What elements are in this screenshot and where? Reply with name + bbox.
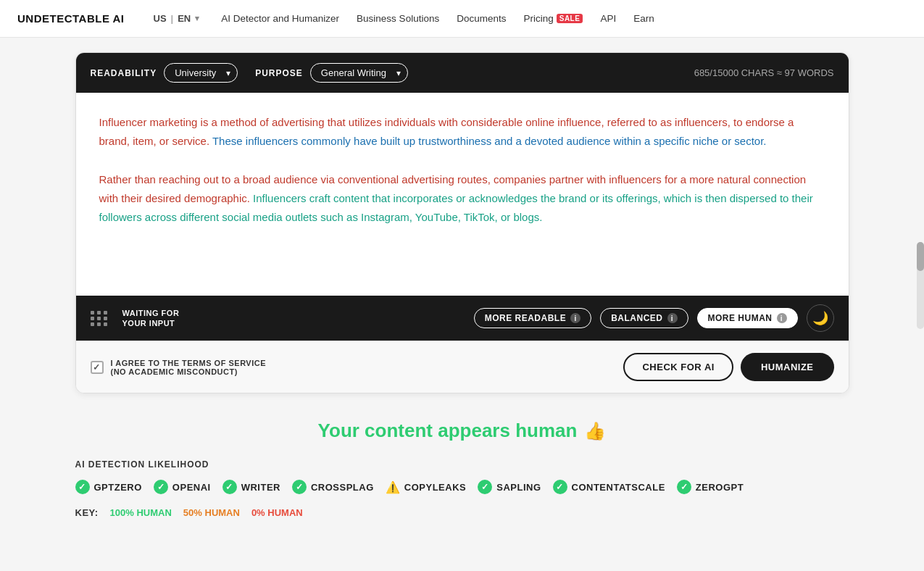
scrollbar-thumb[interactable]	[917, 242, 924, 271]
sapling-check-icon: ✓	[478, 480, 492, 494]
grid-dots-icon	[91, 311, 108, 326]
agreement-row: ✓ I AGREE TO THE TERMS OF SERVICE (NO AC…	[76, 341, 849, 393]
zerogpt-label: ZEROGPT	[696, 482, 744, 493]
writer-check-icon: ✓	[222, 480, 237, 494]
mode-more-readable-label: MORE READABLE	[485, 313, 567, 323]
sale-badge: SALE	[557, 14, 583, 23]
openai-check-icon: ✓	[154, 480, 168, 494]
thumbs-up-icon: 👍	[584, 421, 606, 441]
results-title: Your content appears human 👍	[75, 420, 849, 442]
contentatscale-label: CONTENTATSCALE	[572, 482, 665, 493]
nav-pricing-wrap: Pricing SALE	[523, 13, 583, 24]
paragraph-1: Influencer marketing is a method of adve…	[99, 113, 825, 151]
agree-label: ✓ I AGREE TO THE TERMS OF SERVICE (NO AC…	[91, 359, 267, 376]
purpose-label: PURPOSE	[255, 68, 303, 78]
detector-contentatscale: ✓ CONTENTATSCALE	[553, 480, 665, 494]
mode-balanced-button[interactable]: BALANCED i	[600, 308, 688, 328]
detector-writer: ✓ WRITER	[222, 480, 280, 494]
key-0-human: 0% HUMAN	[251, 507, 303, 518]
text-span-2: These influencers commonly have built up…	[212, 135, 767, 147]
more-readable-info-icon: i	[570, 313, 580, 323]
nav-earn[interactable]: Earn	[633, 13, 654, 24]
brand-logo: UNDETECTABLE AI	[17, 12, 125, 25]
dark-mode-button[interactable]: 🌙	[807, 304, 834, 332]
gptzero-check-icon: ✓	[75, 480, 90, 494]
nav-pricing[interactable]: Pricing	[523, 13, 553, 24]
readability-label: READABILITY	[91, 68, 157, 78]
writer-label: WRITER	[241, 482, 280, 493]
detector-crossplag: ✓ CROSSPLAG	[292, 480, 374, 494]
locale-us[interactable]: US	[154, 13, 167, 24]
moon-icon: 🌙	[812, 310, 828, 326]
locale-separator: |	[171, 13, 174, 24]
crossplag-check-icon: ✓	[292, 480, 307, 494]
editor-body[interactable]: Influencer marketing is a method of adve…	[76, 93, 849, 296]
locale-en[interactable]: EN	[178, 13, 191, 24]
readability-select[interactable]: University	[164, 63, 238, 83]
nav-links: AI Detector and Humanizer Business Solut…	[221, 13, 907, 24]
mode-more-readable-button[interactable]: MORE READABLE i	[474, 308, 592, 328]
more-human-info-icon: i	[777, 313, 787, 323]
crossplag-label: CROSSPLAG	[311, 482, 374, 493]
copyleaks-warn-icon: ⚠️	[386, 480, 400, 494]
openai-label: OPENAI	[172, 482, 211, 493]
editor-bottom-bar: WAITING FOR YOUR INPUT MORE READABLE i B…	[76, 296, 849, 341]
detectors-row: ✓ GPTZERO ✓ OPENAI ✓ WRITER ✓ CROSSPLAG …	[75, 480, 849, 494]
results-title-text: Your content appears human	[318, 420, 578, 442]
readability-select-wrap[interactable]: University	[164, 63, 238, 83]
key-50-human: 50% HUMAN	[183, 507, 240, 518]
nav-api[interactable]: API	[600, 13, 616, 24]
waiting-label: WAITING FOR YOUR INPUT	[122, 308, 180, 329]
mode-more-human-button[interactable]: MORE HUMAN i	[697, 308, 798, 328]
mode-balanced-label: BALANCED	[611, 313, 662, 323]
navbar: UNDETECTABLE AI US | EN ▾ AI Detector an…	[0, 0, 924, 38]
results-section: Your content appears human 👍 AI DETECTIO…	[75, 420, 849, 518]
balanced-info-icon: i	[667, 313, 678, 323]
nav-ai-detector[interactable]: AI Detector and Humanizer	[221, 13, 339, 24]
scrollbar-track[interactable]	[917, 242, 924, 329]
editor-toolbar: READABILITY University PURPOSE General W…	[76, 53, 849, 93]
sapling-label: SAPLING	[496, 482, 541, 493]
char-count: 685/15000 CHARS ≈ 97 WORDS	[694, 67, 834, 78]
key-label: KEY:	[75, 507, 99, 518]
nav-business[interactable]: Business Solutions	[357, 13, 439, 24]
purpose-section: PURPOSE General Writing	[255, 63, 408, 83]
detection-label: AI DETECTION LIKELIHOOD	[75, 459, 849, 470]
zerogpt-check-icon: ✓	[677, 480, 691, 494]
locale-selector[interactable]: US | EN ▾	[154, 13, 200, 24]
contentatscale-check-icon: ✓	[553, 480, 567, 494]
readability-section: READABILITY University	[91, 63, 238, 83]
detector-openai: ✓ OPENAI	[154, 480, 211, 494]
key-row: KEY: 100% HUMAN 50% HUMAN 0% HUMAN	[75, 507, 849, 518]
editor-card: READABILITY University PURPOSE General W…	[75, 52, 849, 393]
chevron-down-icon: ▾	[195, 14, 199, 23]
detector-zerogpt: ✓ ZEROGPT	[677, 480, 744, 494]
agree-text: I AGREE TO THE TERMS OF SERVICE (NO ACAD…	[111, 359, 267, 376]
nav-documents[interactable]: Documents	[457, 13, 506, 24]
check-for-ai-button[interactable]: CHECK FOR AI	[623, 353, 733, 381]
detector-gptzero: ✓ GPTZERO	[75, 480, 142, 494]
mode-more-human-label: MORE HUMAN	[708, 313, 773, 323]
humanize-button[interactable]: HUMANIZE	[741, 353, 834, 381]
copyleaks-label: COPYLEAKS	[404, 482, 466, 493]
detector-sapling: ✓ SAPLING	[478, 480, 541, 494]
page-content: READABILITY University PURPOSE General W…	[64, 38, 861, 547]
paragraph-2: Rather than reaching out to a broad audi…	[99, 170, 825, 228]
purpose-select-wrap[interactable]: General Writing	[310, 63, 408, 83]
gptzero-label: GPTZERO	[94, 482, 142, 493]
purpose-select[interactable]: General Writing	[310, 63, 408, 83]
key-100-human: 100% HUMAN	[110, 507, 172, 518]
agree-checkbox[interactable]: ✓	[91, 361, 104, 374]
detector-copyleaks: ⚠️ COPYLEAKS	[386, 480, 466, 494]
action-buttons: CHECK FOR AI HUMANIZE	[623, 353, 833, 381]
